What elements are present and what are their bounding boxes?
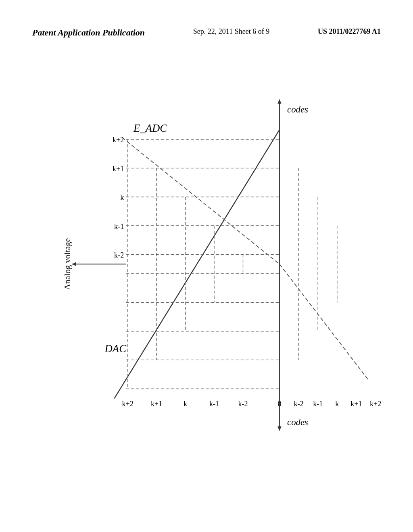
main-svg: Analog voltage codes codes: [24, 64, 389, 468]
vlabel-kp1: k+1: [113, 165, 124, 173]
code-label-kp1-left: k+1: [151, 400, 162, 408]
code-label-kp1-right: k+1: [350, 400, 362, 408]
vlabel-km2: k-2: [114, 251, 124, 259]
svg-marker-1: [72, 262, 76, 266]
code-label-km2-right: k-2: [294, 400, 304, 408]
code-label-kp2-left: k+2: [122, 400, 133, 408]
vlabel-km1: k-1: [114, 222, 124, 231]
date-sheet-label: Sep. 22, 2011 Sheet 6 of 9: [193, 27, 269, 36]
code-label-km1-left: k-1: [209, 400, 219, 408]
dac-label: DAC: [104, 343, 127, 355]
code-label-zero: 0: [277, 400, 281, 408]
diagram-container: Analog voltage codes codes: [24, 64, 389, 468]
e-adc-label: E_ADC: [133, 122, 167, 134]
codes-top-label: codes: [287, 104, 308, 114]
code-label-km1-right: k-1: [313, 400, 323, 408]
svg-marker-3: [277, 99, 282, 104]
svg-line-6: [122, 137, 279, 264]
vlabel-k: k: [120, 193, 124, 202]
code-label-k-left: k: [184, 400, 188, 408]
code-label-k-right: k: [335, 400, 339, 408]
vlabel-kp2: k+2: [113, 136, 124, 144]
code-label-km2-left: k-2: [238, 400, 248, 408]
svg-line-5: [114, 130, 280, 399]
code-label-kp2-right: k+2: [370, 400, 381, 408]
codes-bottom-label: codes: [287, 417, 308, 427]
svg-marker-4: [277, 426, 282, 431]
svg-line-7: [280, 264, 368, 379]
publication-label: Patent Application Publication: [32, 27, 145, 38]
y-axis-label: Analog voltage: [63, 238, 72, 290]
patent-number-label: US 2011/0227769 A1: [318, 27, 381, 36]
page-header: Patent Application Publication Sep. 22, …: [0, 27, 413, 38]
